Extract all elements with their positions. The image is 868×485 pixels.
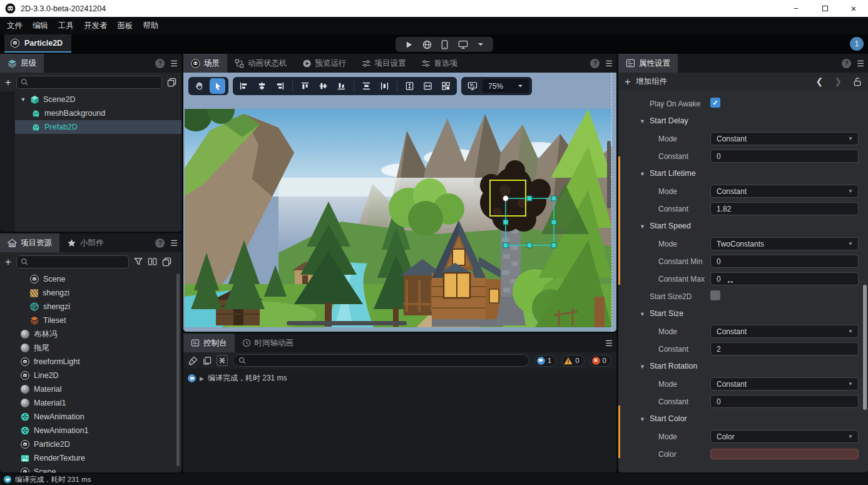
constant-input[interactable]: 1.82 (710, 202, 859, 215)
asset-item-newanimation[interactable]: NewAnimation (0, 410, 176, 424)
menu-panels[interactable]: 面板 (113, 17, 138, 34)
start-color-swatch[interactable] (710, 449, 859, 459)
align-center-vertical-icon[interactable] (254, 78, 270, 94)
inspector-scrollbar[interactable] (863, 285, 867, 410)
columns-icon[interactable] (148, 257, 157, 266)
constant-input[interactable]: 2 (710, 342, 859, 355)
stretch-width-icon[interactable] (420, 78, 436, 94)
help-icon[interactable]: ? (155, 59, 165, 68)
mode-select[interactable]: Constant▼ (710, 377, 859, 391)
panel-menu-icon[interactable]: ☰ (857, 59, 864, 68)
add-component-plus-icon[interactable]: + (625, 76, 631, 87)
play-icon[interactable] (405, 41, 413, 49)
expand-arrow-icon[interactable]: ▼ (20, 96, 26, 103)
asset-item-shengzi[interactable]: shengzi (0, 286, 176, 300)
globe-icon[interactable] (422, 40, 432, 49)
constant-input[interactable]: 0 (710, 150, 859, 163)
distribute-horizontal-icon[interactable] (377, 78, 392, 94)
align-bottom-icon[interactable] (334, 78, 349, 94)
maximize-button[interactable] (810, 0, 839, 17)
help-icon[interactable]: ? (842, 59, 851, 68)
section-start-size[interactable]: ▼ Start Size (618, 305, 868, 323)
log-entry[interactable]: ▶ 编译完成，耗时 231 ms (183, 369, 616, 384)
panel-menu-icon[interactable]: ☰ (605, 339, 613, 348)
tree-node-scene2d[interactable]: ▼ Scene2D (15, 93, 181, 106)
menu-tools[interactable]: 工具 (53, 17, 79, 34)
assets-search[interactable] (16, 255, 129, 268)
assets-scrollbar[interactable] (176, 273, 180, 466)
filter-icon[interactable] (134, 257, 143, 266)
section-start-speed[interactable]: ▼ Start Speed (618, 218, 868, 235)
section-start-lifetime[interactable]: ▼ Start Lifetime (618, 165, 868, 183)
asset-item-拖尾[interactable]: 拖尾 (0, 341, 176, 355)
asset-item-material1[interactable]: Material1 (0, 396, 176, 410)
tab-inspector[interactable]: 属性设置 (618, 54, 678, 73)
distribute-vertical-icon[interactable] (359, 78, 374, 94)
tree-node-meshbackground[interactable]: meshBackground (15, 106, 181, 120)
tab-anim-statemachine[interactable]: 动画状态机 (227, 54, 295, 73)
align-top-icon[interactable] (297, 78, 313, 94)
screen-scale-icon[interactable] (464, 78, 480, 94)
play-on-awake-checkbox[interactable]: ✓ (710, 98, 720, 108)
section-start-delay[interactable]: ▼ Start Delay (618, 113, 868, 130)
scene-viewport[interactable]: 75% (183, 73, 616, 332)
mobile-icon[interactable] (441, 40, 449, 49)
tab-preferences[interactable]: 首选项 (414, 54, 466, 73)
asset-item-scene[interactable]: Scene (0, 272, 176, 286)
expand-log-arrow[interactable]: ▶ (200, 375, 204, 382)
hierarchy-search[interactable] (16, 76, 162, 89)
menu-edit[interactable]: 编辑 (28, 17, 53, 34)
section-start-color[interactable]: ▼ Start Color (618, 411, 868, 428)
stretch-height-icon[interactable] (402, 78, 417, 94)
console-search-input[interactable] (249, 356, 524, 365)
mode-select[interactable]: Constant▼ (710, 325, 859, 338)
asset-item-newanimation1[interactable]: NewAnimation1 (0, 424, 176, 437)
tab-console[interactable]: 控制台 (183, 334, 235, 352)
viewport-vertical-scrollbar[interactable] (607, 141, 611, 208)
start-size2d-checkbox[interactable]: ✓ (710, 290, 720, 300)
mode-select[interactable]: Constant▼ (710, 132, 859, 145)
collapse-all-icon[interactable] (167, 78, 176, 87)
close-button[interactable]: × (839, 0, 868, 17)
asset-item-shengzi[interactable]: shengzi (0, 300, 176, 314)
tab-scene[interactable]: 场景 (183, 54, 227, 73)
tree-node-prefab2d-selected[interactable]: Prefab2D (15, 120, 181, 134)
monitor-icon[interactable] (458, 40, 468, 49)
add-node-button[interactable]: + (5, 77, 11, 88)
tab-timeline-animation[interactable]: 时间轴动画 (235, 334, 302, 352)
asset-item-scene[interactable]: Scene (0, 465, 176, 472)
align-right-icon[interactable] (272, 78, 288, 94)
constant-input[interactable]: 0 (710, 395, 859, 408)
constant-min-input[interactable]: 0 (710, 255, 859, 268)
tab-hierarchy[interactable]: 层级 (0, 54, 44, 73)
align-left-icon[interactable] (236, 78, 252, 94)
asset-item-rendertexture[interactable]: RenderTexture (0, 451, 176, 465)
zoom-dropdown[interactable]: 75% (483, 79, 529, 93)
menu-developer[interactable]: 开发者 (79, 17, 113, 34)
panel-menu-icon[interactable]: ☰ (170, 238, 178, 248)
add-asset-button[interactable]: + (5, 257, 11, 267)
pivot-handle[interactable] (503, 196, 509, 202)
nav-forward-icon[interactable]: ❯ (834, 76, 842, 86)
copy-log-icon[interactable] (203, 356, 212, 365)
hierarchy-search-input[interactable] (31, 78, 158, 86)
tab-project-settings[interactable]: 项目设置 (354, 54, 414, 73)
tab-particle2d[interactable]: Particle2D (4, 34, 71, 53)
info-count-badge[interactable]: 1 (534, 355, 556, 367)
tile-grid-icon[interactable] (438, 78, 454, 94)
collapse-logs-button[interactable] (217, 355, 228, 366)
mode-select[interactable]: TwoConstants▼ (710, 237, 859, 250)
console-search[interactable] (233, 354, 529, 367)
nav-back-icon[interactable]: ❮ (816, 76, 824, 86)
asset-item-freeformlight[interactable]: freeformLight (0, 355, 176, 369)
minimize-button[interactable]: − (782, 0, 810, 17)
help-icon[interactable]: ? (590, 59, 600, 68)
panel-menu-icon[interactable]: ☰ (605, 59, 613, 68)
unlock-icon[interactable] (853, 77, 862, 86)
menu-help[interactable]: 帮助 (138, 17, 164, 34)
asset-item-布林冯[interactable]: 布林冯 (0, 327, 176, 341)
panel-menu-icon[interactable]: ☰ (170, 59, 178, 68)
add-component-button[interactable]: 增加组件 (636, 76, 667, 87)
stack-icon[interactable] (162, 257, 171, 267)
pan-tool-button[interactable] (191, 78, 207, 94)
